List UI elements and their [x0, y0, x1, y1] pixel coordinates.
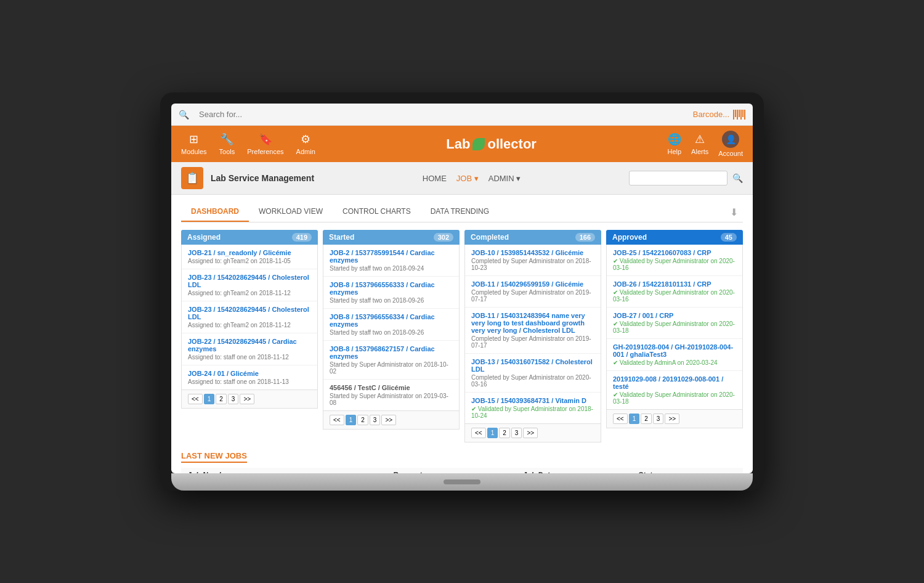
page-2[interactable]: 2: [216, 394, 227, 404]
app-icon: 📋: [181, 167, 203, 189]
col-started-label: Started: [329, 233, 354, 242]
nav-help[interactable]: 🌐 Help: [667, 132, 681, 155]
job-link[interactable]: JOB-23 / 1542028629445 / Cholesterol LDL: [188, 274, 311, 288]
job-link[interactable]: JOB-26 / 1542218101131 / CRP: [613, 280, 736, 288]
job-sub: Assigned to: ghTeam2 on 2018-11-05: [188, 258, 311, 264]
page-3[interactable]: 3: [370, 415, 381, 425]
list-item: JOB-15 / 1540393684731 / Vitamin D ✔ Val…: [465, 393, 601, 423]
list-item: JOB-27 / 001 / CRP ✔ Validated by Super …: [607, 308, 742, 339]
tabs-bar: DASHBOARD WORKLOAD VIEW CONTROL CHARTS D…: [181, 202, 743, 222]
kanban-board: Assigned 419 JOB-21 / sn_readonly / Glic…: [181, 230, 743, 442]
page-last[interactable]: >>: [381, 415, 396, 425]
search-bar: 🔍 Barcode...: [171, 104, 753, 126]
page-1[interactable]: 1: [204, 394, 215, 404]
job-link[interactable]: JOB-22 / 1542028629445 / Cardiac enzymes: [188, 338, 311, 353]
job-link[interactable]: JOB-11 / 1540296599159 / Glicémie: [471, 280, 594, 288]
page-last[interactable]: >>: [240, 394, 254, 404]
job-sub: Assigned to: ghTeam2 on 2018-11-12: [188, 322, 311, 328]
kanban-col-approved: Approved 45 JOB-25 / 1542210607083 / CRP…: [606, 230, 743, 442]
page-last[interactable]: >>: [523, 428, 538, 438]
kanban-header-started: Started 302: [323, 230, 460, 245]
logo-collector: ollector: [487, 136, 536, 152]
kanban-body-approved: JOB-25 / 1542210607083 / CRP ✔ Validated…: [606, 245, 743, 410]
page-2[interactable]: 2: [499, 428, 510, 438]
job-link[interactable]: JOB-13 / 1540316071582 / Cholesterol LDL: [471, 358, 594, 373]
preferences-label: Preferences: [247, 148, 283, 155]
kanban-header-assigned: Assigned 419: [181, 230, 318, 245]
search-icon: 🔍: [179, 110, 189, 120]
nav-modules[interactable]: ⊞ Modules: [181, 132, 207, 155]
filter-icon[interactable]: ⬇: [725, 204, 743, 221]
list-item: 456456 / TestC / Glicémie Started by Sup…: [323, 380, 459, 410]
jobs-table: Job Number Requester Job Date Status GH-…: [181, 468, 743, 473]
job-link[interactable]: JOB-23 / 1542028629445 / Cholesterol LDL: [188, 306, 311, 320]
job-link[interactable]: JOB-8 / 1537966556333 / Cardiac enzymes: [330, 281, 453, 296]
nav-alerts[interactable]: ⚠ Alerts: [691, 132, 708, 155]
job-link[interactable]: JOB-24 / 01 / Glicémie: [188, 370, 311, 377]
nav-admin[interactable]: ⚙ Admin: [296, 132, 315, 155]
job-link[interactable]: 20191029-008 / 20191029-008-001 / testé: [613, 375, 736, 390]
nav-preferences[interactable]: 🔖 Preferences: [247, 132, 283, 155]
job-link[interactable]: JOB-15 / 1540393684731 / Vitamin D: [471, 397, 594, 404]
tools-label: Tools: [219, 148, 235, 155]
page-1[interactable]: 1: [346, 415, 357, 425]
col-completed-count: 166: [575, 233, 595, 242]
job-sub: Completed by Super Administrator on 2019…: [471, 335, 594, 349]
job-link[interactable]: JOB-2 / 1537785991544 / Cardiac enzymes: [330, 249, 453, 264]
job-sub: ✔ Validated by AdminA on 2020-03-24: [613, 359, 736, 366]
job-link[interactable]: JOB-11 / 1540312483964 name very very lo…: [471, 312, 594, 334]
job-link[interactable]: JOB-25 / 1542210607083 / CRP: [613, 249, 736, 256]
job-link[interactable]: JOB-10 / 1539851443532 / Glicémie: [471, 249, 594, 256]
nav-account[interactable]: 👤 Account: [718, 131, 743, 157]
tab-workload[interactable]: WORKLOAD VIEW: [249, 202, 333, 222]
kanban-body-started: JOB-2 / 1537785991544 / Cardiac enzymes …: [323, 245, 460, 411]
preferences-icon: 🔖: [259, 132, 272, 146]
nav-home[interactable]: HOME: [423, 174, 447, 183]
page-last[interactable]: >>: [665, 414, 679, 424]
nav-job[interactable]: JOB ▾: [456, 174, 479, 183]
nav-admin-menu[interactable]: ADMIN ▾: [488, 174, 521, 183]
pagination-completed: << 1 2 3 >>: [464, 424, 601, 442]
page-1[interactable]: 1: [487, 428, 498, 438]
nav-left: ⊞ Modules 🔧 Tools 🔖 Preferences ⚙ Admin: [181, 132, 315, 155]
nav-right: 🌐 Help ⚠ Alerts 👤 Account: [667, 131, 743, 157]
page-first[interactable]: <<: [188, 394, 203, 404]
list-item: JOB-2 / 1537785991544 / Cardiac enzymes …: [323, 245, 459, 277]
barcode-area[interactable]: Barcode...: [693, 110, 745, 120]
col-started-count: 302: [434, 233, 453, 242]
list-item: JOB-26 / 1542218101131 / CRP ✔ Validated…: [607, 276, 742, 308]
job-sub: ✔ Validated by Super Administrator on 20…: [471, 406, 594, 419]
job-link[interactable]: GH-20191028-004 / GH-20191028-004-001 / …: [613, 343, 736, 358]
col-assigned-label: Assigned: [187, 233, 221, 242]
page-2[interactable]: 2: [357, 415, 368, 425]
page-3[interactable]: 3: [228, 394, 239, 404]
job-sub: Started by Super Administrator on 2019-0…: [330, 393, 453, 406]
job-link[interactable]: JOB-27 / 001 / CRP: [613, 312, 736, 319]
list-item: JOB-10 / 1539851443532 / Glicémie Comple…: [465, 245, 601, 276]
page-2[interactable]: 2: [641, 414, 652, 424]
job-link[interactable]: JOB-21 / sn_readonly / Glicémie: [188, 249, 311, 256]
app-search-input[interactable]: [629, 171, 727, 186]
app-header: 📋 Lab Service Management HOME JOB ▾ ADMI…: [171, 162, 753, 195]
list-item: JOB-13 / 1540316071582 / Cholesterol LDL…: [465, 354, 601, 393]
tab-control[interactable]: CONTROL CHARTS: [333, 202, 421, 222]
nav-tools[interactable]: 🔧 Tools: [219, 132, 235, 155]
app-search-icon[interactable]: 🔍: [732, 173, 743, 183]
page-1[interactable]: 1: [629, 414, 640, 424]
tab-trending[interactable]: DATA TRENDING: [421, 202, 499, 222]
page-3[interactable]: 3: [511, 428, 522, 438]
page-3[interactable]: 3: [653, 414, 664, 424]
job-sub: Completed by Super Administrator on 2020…: [471, 374, 594, 388]
logo-lab: Lab: [446, 136, 470, 152]
job-link[interactable]: JOB-8 / 1537966556334 / Cardiac enzymes: [330, 313, 453, 328]
page-first[interactable]: <<: [471, 428, 486, 438]
tab-dashboard[interactable]: DASHBOARD: [181, 202, 249, 222]
page-first[interactable]: <<: [613, 414, 628, 424]
job-sub: ✔ Validated by Super Administrator on 20…: [613, 258, 736, 271]
barcode-label: Barcode...: [693, 110, 729, 119]
page-first[interactable]: <<: [330, 415, 344, 425]
search-input[interactable]: [194, 107, 379, 121]
job-link[interactable]: JOB-8 / 1537968627157 / Cardiac enzymes: [330, 345, 453, 360]
job-link[interactable]: 456456 / TestC / Glicémie: [330, 384, 453, 391]
help-icon: 🌐: [668, 132, 681, 146]
